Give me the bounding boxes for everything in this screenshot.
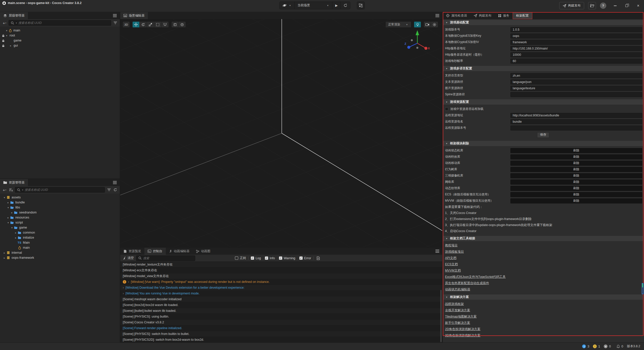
log-row[interactable]: [Window] model_view文件夹存在	[120, 273, 442, 279]
status-warning[interactable]: ! 1	[593, 344, 600, 348]
field-远程资源包名[interactable]: bundle	[510, 119, 642, 124]
chevron-right-icon[interactable]: ▸	[7, 216, 10, 219]
chevron-right-icon[interactable]: ▸	[14, 236, 17, 239]
tab-hierarchy[interactable]: 层级管理器	[0, 12, 28, 19]
inspector-tab-服务[interactable]: 服务	[495, 12, 513, 19]
asset-node-initialize[interactable]: ▸initialize	[0, 235, 120, 240]
log-row[interactable]: [Scene] meshopt wasm decoder initialized	[120, 296, 442, 302]
field-Http服务器地址[interactable]: http://192.168.0.150/main/	[510, 46, 642, 51]
doc-link[interactable]: 3D角色扮演游戏解决方案	[445, 333, 480, 338]
coordinate-toggle-button[interactable]	[179, 21, 186, 28]
open-project-folder-button[interactable]	[588, 2, 596, 9]
create-node-button[interactable]: +▾	[2, 20, 7, 25]
asset-node-internal[interactable]: ▸internal	[0, 250, 120, 255]
remove-module-button[interactable]: 剔除	[510, 154, 642, 159]
checkbox-box[interactable]	[445, 107, 448, 111]
scene-viewport[interactable]: 3D	[120, 19, 442, 247]
tree-node-root[interactable]: ▾root	[0, 33, 120, 38]
remove-module-button[interactable]: 剔除	[510, 167, 642, 172]
tree-node-game[interactable]: game	[0, 38, 120, 43]
play-button[interactable]: ▶	[333, 2, 341, 9]
remove-module-button[interactable]: 剔除	[510, 186, 642, 191]
doc-link[interactable]: 教程项目	[445, 243, 458, 248]
chevron-down-icon[interactable]: ▾	[3, 196, 6, 199]
save-button[interactable]: 保存	[537, 132, 549, 138]
hierarchy-search[interactable]: ▾	[9, 20, 111, 26]
console-tab-动画图[interactable]: 动画图	[193, 248, 214, 255]
chevron-right-icon[interactable]: ▸	[3, 251, 6, 254]
scene-light-toggle[interactable]	[414, 21, 421, 28]
rect-tool-button[interactable]	[154, 21, 162, 28]
checkbox-row[interactable]: 游戏中资源是否远程加载	[443, 106, 643, 112]
doc-link[interactable]: 2D角色扮演游戏解决方案	[445, 327, 480, 331]
remove-module-button[interactable]: 剔除	[510, 148, 642, 153]
console-tab-资源预览[interactable]: 资源预览	[120, 248, 144, 255]
asset-node-game[interactable]: ▾game	[0, 225, 120, 230]
asset-node-bundle[interactable]: ▸bundle	[0, 200, 120, 205]
doc-link[interactable]: 动画状态机编辑器	[445, 287, 470, 292]
section-header[interactable]: ▾框架文档工具链接	[443, 236, 643, 241]
console-scrollbar-thumb[interactable]	[440, 290, 442, 342]
log-row[interactable]: [Scene] Cocos Creator v3.8.2	[120, 320, 442, 325]
status-error[interactable]: × 0	[604, 344, 611, 348]
help-button[interactable]: ?	[600, 3, 606, 9]
sort-assets-button[interactable]	[9, 187, 13, 192]
doc-link[interactable]: Excel格式转Json文件与TypeScript代码工具	[445, 275, 506, 279]
asset-node-common[interactable]: ▸common	[0, 230, 120, 235]
filter-info-checkbox[interactable]: ✓Info	[265, 256, 275, 260]
remove-module-button[interactable]: 剔除	[510, 192, 642, 197]
status-notifications[interactable]: 0	[617, 345, 623, 348]
regex-checkbox-box[interactable]	[235, 256, 238, 260]
doc-link[interactable]: API文档	[445, 256, 456, 260]
chevron-down-icon[interactable]: ▾	[5, 34, 8, 37]
log-row[interactable]: [Scene] [box2d]:box2d wasm lib loaded.	[120, 302, 442, 308]
field-文本资源路径[interactable]: language/json	[510, 79, 642, 84]
log-row[interactable]: [Scene] [PHYSICS]: switch from builtin t…	[120, 331, 442, 337]
chevron-right-icon[interactable]: ▸	[7, 201, 10, 204]
preview-qr-button[interactable]	[357, 2, 365, 9]
log-row[interactable]: ›[Window] Download the Vue Devtools exte…	[120, 285, 442, 291]
checkbox-box[interactable]: ✓	[299, 256, 303, 260]
log-row[interactable]: [Window] ecs文件夹存在	[120, 268, 442, 273]
doc-link[interactable]: 游戏模板项目	[445, 250, 464, 254]
section-header[interactable]: ▾框架模块剔除	[443, 141, 643, 146]
scale-tool-button[interactable]	[147, 21, 154, 28]
pivot-toggle-button[interactable]	[171, 21, 179, 28]
expand-chevron-icon[interactable]: ›	[123, 286, 124, 289]
hierarchy-search-input[interactable]	[18, 21, 109, 25]
scene-camera-button[interactable]	[424, 21, 431, 28]
checkbox-box[interactable]: ✓	[279, 256, 282, 260]
console-clear-button[interactable]: 清空	[123, 256, 134, 260]
regex-checkbox[interactable]: 正则	[235, 256, 246, 260]
doc-link[interactable]: 战棋游戏框架	[445, 302, 464, 306]
search-type-caret-icon[interactable]: ▾	[16, 22, 17, 24]
tab-assets[interactable]: 资源管理器	[0, 179, 28, 186]
field-远程资源版本号[interactable]	[510, 125, 642, 130]
mode-3d-toggle[interactable]: 3D	[123, 21, 130, 28]
doc-link[interactable]: 全栈开发解决方案	[445, 308, 470, 313]
log-row[interactable]: ›[Window] You are running Vue in develop…	[120, 291, 442, 296]
expand-chevron-icon[interactable]: ›	[128, 280, 129, 284]
chevron-right-icon[interactable]: ▸	[14, 231, 17, 234]
doc-link[interactable]: Tiledmap地图解决方案	[445, 315, 477, 319]
assets-menu-icon[interactable]	[113, 181, 117, 184]
inspector-tab-框架配置[interactable]: 框架配置	[513, 12, 532, 19]
render-mode-select[interactable]: 正常渲染 ▾	[385, 21, 411, 28]
console-menu-icon[interactable]	[435, 250, 440, 253]
assets-refresh-button[interactable]	[113, 187, 117, 192]
console-search[interactable]	[136, 255, 195, 261]
asset-node-resources[interactable]: ▸resources	[0, 215, 120, 220]
status-info[interactable]: i 3	[582, 344, 589, 348]
field-Http服务器请求超时（毫秒）[interactable]: 10000	[510, 52, 642, 57]
maximize-button[interactable]	[624, 3, 629, 9]
console-tab-控制台[interactable]: 控制台	[144, 248, 166, 255]
remove-module-button[interactable]: 剔除	[510, 173, 642, 178]
scene-menu-icon[interactable]	[435, 14, 440, 17]
field-游戏每秒帧率[interactable]: 60	[510, 59, 642, 64]
log-row[interactable]: !›[Window] [Vue warn]: Property "onInput…	[120, 279, 442, 285]
console-tab-动画编辑器[interactable]: 动画编辑器	[166, 248, 193, 255]
asset-node-seedrandom[interactable]: ▸seedrandom	[0, 210, 120, 215]
field-本地数据CryptoES加密Key[interactable]: oops	[510, 33, 642, 38]
field-图片资源路径[interactable]: language/texture	[510, 86, 642, 91]
rotate-tool-button[interactable]	[140, 21, 147, 28]
